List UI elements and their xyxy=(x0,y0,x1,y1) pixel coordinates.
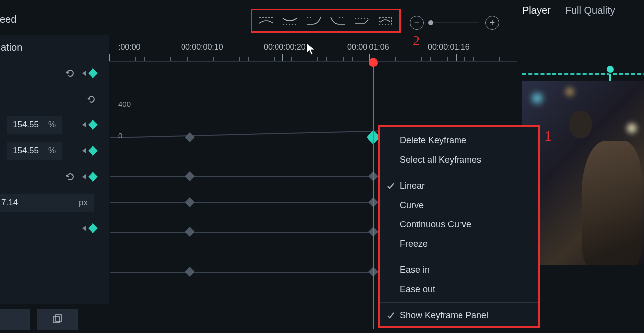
zoom-slider[interactable] xyxy=(430,22,479,23)
reset-icon[interactable] xyxy=(87,94,96,104)
add-keyframe-button[interactable] xyxy=(88,68,98,78)
keyframe-context-menu: Delete KeyframeSelect all KeyframesLinea… xyxy=(378,125,540,328)
reset-icon[interactable] xyxy=(65,68,75,78)
prev-keyframe-button[interactable] xyxy=(82,148,86,153)
curve-ease-out-button[interactable] xyxy=(328,13,348,28)
context-menu-item[interactable]: Ease out xyxy=(380,280,538,299)
player-marker-strip xyxy=(522,67,644,82)
svg-rect-5 xyxy=(54,316,59,323)
speed-tab-label-partial: eed xyxy=(0,14,16,25)
add-keyframe-button[interactable] xyxy=(88,223,98,233)
keyframe-diamond[interactable] xyxy=(185,171,195,181)
context-menu-label: Select all Keyframes xyxy=(400,155,481,165)
player-marker-knob[interactable] xyxy=(606,65,615,74)
ruler-time-label: 00:00:00:10 xyxy=(181,43,223,52)
add-keyframe-button[interactable] xyxy=(88,172,98,182)
prev-keyframe-button[interactable] xyxy=(82,71,86,76)
keyframe-diamond[interactable] xyxy=(185,197,195,207)
svg-rect-6 xyxy=(56,315,61,321)
context-menu-label: Show Keyframe Panel xyxy=(400,310,488,320)
quality-dropdown[interactable]: Full Quality xyxy=(565,5,615,16)
curve-ease-button[interactable] xyxy=(280,13,300,28)
bottom-button-1[interactable] xyxy=(0,309,30,330)
value-number: 154.55 xyxy=(13,120,39,130)
zoom-in-button[interactable]: + xyxy=(485,16,499,30)
add-keyframe-button[interactable] xyxy=(88,120,98,130)
keyframe-diamond[interactable] xyxy=(185,267,195,277)
keyframe-diamond[interactable] xyxy=(185,227,195,237)
property-row xyxy=(0,60,109,86)
add-keyframe-button[interactable] xyxy=(88,146,98,156)
value-number: 7.14 xyxy=(1,198,18,208)
property-row: 154.55% xyxy=(0,138,109,164)
curve-ease-in-button[interactable] xyxy=(304,13,324,28)
property-row xyxy=(0,164,109,190)
property-row: 7.14px xyxy=(0,190,109,216)
context-menu-separator xyxy=(380,173,538,173)
ruler-time-label: 00:00:00:20 xyxy=(264,43,306,52)
prev-keyframe-button[interactable] xyxy=(82,226,86,231)
curve-type-toolbar xyxy=(251,9,401,33)
context-menu-item[interactable]: Show Keyframe Panel xyxy=(380,306,538,325)
context-menu-label: Ease in xyxy=(400,265,430,275)
context-menu-label: Continuous Curve xyxy=(400,220,471,229)
animation-header-partial: ation xyxy=(0,35,109,60)
context-menu-item[interactable]: Delete Keyframe xyxy=(380,131,538,150)
context-menu-item[interactable]: Linear xyxy=(380,176,538,196)
value-input[interactable]: 7.14px xyxy=(0,194,94,212)
value-input[interactable]: 154.55% xyxy=(7,116,62,134)
curve-flat-button[interactable] xyxy=(256,13,276,28)
ruler-time-label: :00:00 xyxy=(118,43,140,52)
value-input[interactable]: 154.55% xyxy=(7,142,62,160)
context-menu-label: Freeze xyxy=(400,239,428,249)
annotation-1: 1 xyxy=(544,127,552,144)
curve-custom-button[interactable] xyxy=(375,13,395,28)
ruler-time-label: 00:00:01:16 xyxy=(428,43,470,52)
value-number: 154.55 xyxy=(13,146,39,156)
zoom-slider-thumb[interactable] xyxy=(428,20,433,25)
graph-y-label-0: 0 xyxy=(118,131,122,140)
context-menu-label: Ease out xyxy=(400,284,435,294)
context-menu-item[interactable]: Continuous Curve xyxy=(380,215,538,234)
value-unit: % xyxy=(48,120,56,130)
property-row xyxy=(0,86,109,112)
copy-button[interactable] xyxy=(37,309,78,330)
player-tab[interactable]: Player xyxy=(522,5,551,16)
ruler-time-label: 00:00:01:06 xyxy=(347,43,389,52)
context-menu-label: Linear xyxy=(400,181,425,191)
value-unit: px xyxy=(79,198,88,208)
context-menu-item[interactable]: Curve xyxy=(380,196,538,215)
timeline-ruler[interactable]: :00:0000:00:00:1000:00:00:2000:00:01:060… xyxy=(109,35,517,62)
zoom-out-button[interactable]: − xyxy=(410,16,424,30)
context-menu-item[interactable]: Select all Keyframes xyxy=(380,150,538,170)
context-menu-label: Curve xyxy=(400,200,424,210)
value-unit: % xyxy=(48,146,56,156)
player-preview xyxy=(522,81,644,265)
property-row xyxy=(0,216,109,241)
context-menu-separator xyxy=(380,257,538,257)
property-row: 154.55% xyxy=(0,112,109,138)
context-menu-item[interactable]: Freeze xyxy=(380,234,538,254)
graph-y-label-400: 400 xyxy=(118,100,131,108)
keyframe-diamond[interactable] xyxy=(185,132,195,142)
playhead[interactable] xyxy=(373,60,374,329)
properties-panel: ation 154.55%154.55%7.14px xyxy=(0,35,109,304)
context-menu-separator xyxy=(380,302,538,303)
context-menu-item[interactable]: Ease in xyxy=(380,260,538,280)
reset-icon[interactable] xyxy=(65,172,75,182)
context-menu-label: Delete Keyframe xyxy=(400,135,466,145)
curve-hold-button[interactable] xyxy=(352,13,371,28)
prev-keyframe-button[interactable] xyxy=(82,122,86,127)
prev-keyframe-button[interactable] xyxy=(82,174,86,179)
